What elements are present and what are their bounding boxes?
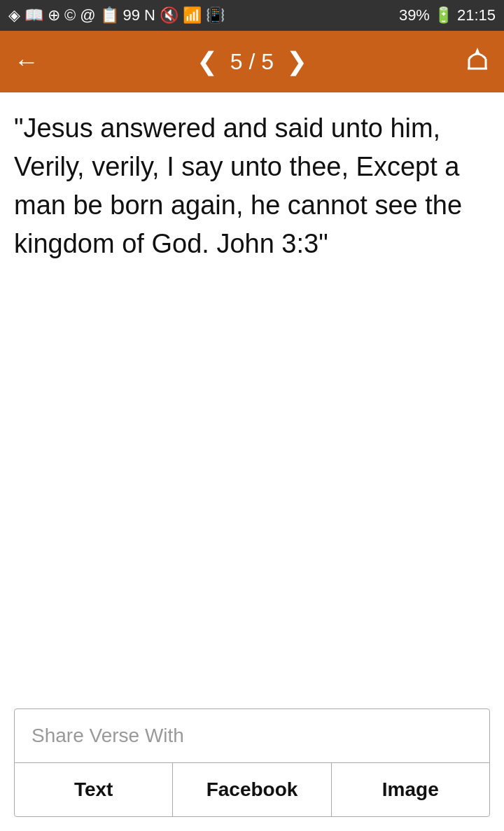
status-right: 39% 🔋 21:15 [399, 6, 496, 25]
back-button[interactable]: ← [14, 47, 39, 76]
app-icon-4: 99 [123, 6, 140, 25]
main-content: "Jesus answered and said unto him, Veril… [0, 92, 504, 708]
share-panel: Share Verse With Text Facebook Image [14, 708, 490, 817]
wifi-icon: 📶 [183, 6, 202, 25]
n-icon: N [144, 6, 155, 25]
app-icon-2: © [64, 6, 76, 25]
mute-icon: 🔇 [160, 6, 178, 25]
app-toolbar: ← ❮ 5 / 5 ❯ [0, 31, 504, 92]
battery-percent: 39% [399, 6, 430, 25]
page-navigation: ❮ 5 / 5 ❯ [197, 47, 307, 76]
status-icons: ◈ 📖 ⊕ © @ 📋 99 N 🔇 📶 📳 [8, 6, 225, 25]
time: 21:15 [457, 6, 496, 25]
at-icon: @ [80, 6, 95, 25]
battery-icon: 🔋 [434, 6, 453, 25]
app-icon-3: 📋 [100, 6, 119, 25]
svg-marker-3 [475, 48, 480, 55]
share-facebook-button[interactable]: Facebook [173, 763, 331, 816]
bible-icon: 📖 [24, 6, 43, 25]
share-image-button[interactable]: Image [332, 763, 489, 816]
dropbox-icon: ◈ [8, 6, 20, 25]
share-panel-header: Share Verse With [15, 709, 489, 763]
page-counter: 5 / 5 [230, 49, 274, 75]
share-text-button[interactable]: Text [15, 763, 173, 816]
app-icon-1: ⊕ [48, 6, 60, 25]
prev-page-button[interactable]: ❮ [197, 47, 218, 76]
next-page-button[interactable]: ❯ [286, 47, 307, 76]
verse-text: "Jesus answered and said unto him, Veril… [14, 109, 490, 263]
share-options: Text Facebook Image [15, 763, 489, 816]
signal-icon: 📳 [206, 6, 225, 25]
status-bar: ◈ 📖 ⊕ © @ 📋 99 N 🔇 📶 📳 39% 🔋 21:15 [0, 0, 504, 31]
share-button[interactable] [465, 46, 490, 77]
